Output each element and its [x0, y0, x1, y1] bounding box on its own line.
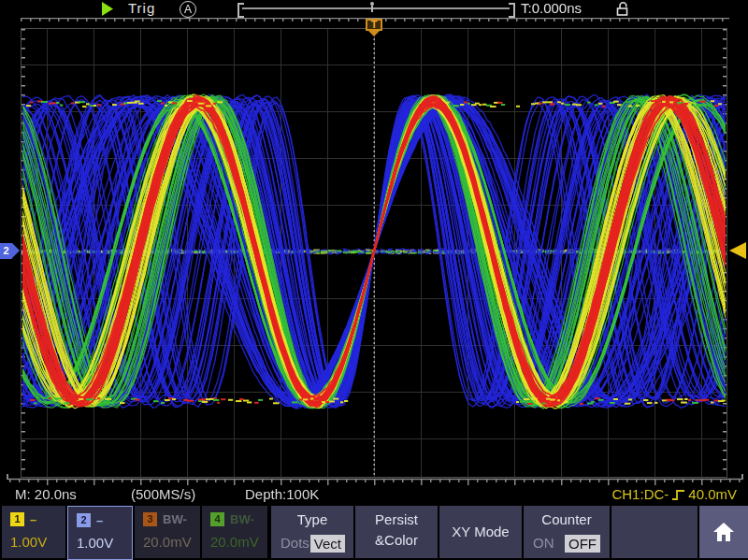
waveform-display: [0, 0, 748, 505]
trigger-time-readout: T:0.000ns: [521, 0, 582, 16]
trigger-level-arrow[interactable]: [729, 242, 746, 259]
type-option-vect[interactable]: Vect: [310, 535, 345, 553]
memory-depth-readout: Depth:100K: [245, 486, 319, 502]
persist-menu-line1: Persist: [355, 511, 438, 527]
ch2-scale-value: 1.00V: [77, 535, 113, 551]
sample-rate-readout: (500MS/s): [131, 486, 195, 502]
ch3-bw-label: BW-: [163, 512, 187, 526]
ch2-badge: 2: [77, 513, 91, 527]
counter-menu-button[interactable]: Counter ON OFF: [524, 506, 610, 558]
ch4-scale-value: 20.0mV: [210, 534, 259, 550]
auto-trigger-icon: A: [180, 1, 196, 18]
trigger-settings-readout: CH1:DC- 40.0mV: [611, 486, 737, 502]
ch3-scale-value: 20.0mV: [143, 534, 192, 550]
ch2-position-marker[interactable]: 2: [0, 243, 12, 259]
xy-mode-menu-button[interactable]: XY Mode: [439, 506, 522, 558]
type-option-dots[interactable]: Dots: [280, 535, 309, 551]
trigger-level-readout: 40.0mV: [688, 486, 737, 502]
rising-edge-icon: [671, 488, 685, 501]
ch3-button[interactable]: 3 BW- 20.0mV: [135, 506, 200, 558]
unlock-icon[interactable]: [614, 1, 631, 20]
trigger-source-label: CH1:DC-: [611, 486, 669, 502]
counter-option-off[interactable]: OFF: [565, 535, 600, 553]
xy-mode-label: XY Mode: [439, 524, 522, 539]
ch3-badge: 3: [143, 512, 157, 526]
ch4-bw-label: BW-: [230, 512, 254, 526]
bottom-menu-bar: 1 – 1.00V 2 – 1.00V 3 BW- 20.0mV 4 BW- 2…: [0, 505, 748, 560]
record-window-right-bracket: [509, 3, 515, 18]
ch1-button[interactable]: 1 – 1.00V: [2, 506, 65, 558]
type-menu-button[interactable]: Type Dots Vect: [271, 506, 353, 558]
ch4-badge: 4: [210, 512, 224, 526]
counter-option-on[interactable]: ON: [533, 535, 554, 551]
ch1-coupling-dash: –: [30, 512, 36, 526]
run-play-icon[interactable]: [102, 2, 114, 20]
trigger-position-marker[interactable]: T: [366, 19, 382, 31]
counter-menu-title: Counter: [524, 511, 610, 527]
ch1-scale-value: 1.00V: [10, 534, 47, 550]
type-menu-title: Type: [271, 511, 353, 527]
home-button[interactable]: [699, 506, 748, 558]
trigger-position-marker-point: [368, 31, 380, 36]
top-bar: Trig A T:0.000ns: [0, 0, 748, 18]
ch2-button[interactable]: 2 – 1.00V: [67, 506, 133, 560]
record-position-tick: [371, 6, 373, 12]
persist-color-menu-button[interactable]: Persist &Color: [355, 506, 438, 558]
ch4-button[interactable]: 4 BW- 20.0mV: [202, 506, 267, 558]
ch2-position-marker-point: [12, 243, 20, 258]
timebase-readout: M: 20.0ns: [15, 486, 77, 502]
persist-menu-line2: &Color: [355, 532, 438, 548]
trig-status-label: Trig: [128, 0, 155, 16]
ch2-coupling-dash: –: [96, 513, 103, 527]
empty-menu-slot: [611, 506, 698, 558]
home-icon: [712, 521, 736, 543]
record-window-left-bracket: [237, 3, 244, 18]
record-position-bar[interactable]: [242, 7, 510, 9]
ch1-badge: 1: [10, 512, 24, 526]
